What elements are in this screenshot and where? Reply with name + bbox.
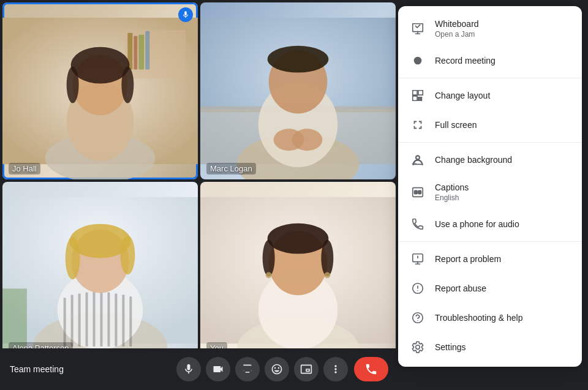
menu-item-layout[interactable]: Change layout	[398, 81, 582, 110]
menu-item-fullscreen[interactable]: Full screen	[398, 110, 582, 140]
svg-point-50	[415, 58, 421, 64]
svg-rect-31	[93, 291, 96, 347]
menu-item-whiteboard[interactable]: Whiteboard Open a Jam	[398, 11, 582, 46]
phone-label: Use a phone for audio	[435, 219, 519, 230]
svg-rect-35	[122, 294, 124, 347]
video-tile-1: Jo Hall	[2, 2, 198, 179]
layout-icon	[410, 88, 425, 103]
record-icon	[410, 53, 425, 68]
menu-item-report-problem[interactable]: Report a problem	[398, 244, 582, 274]
svg-point-48	[266, 272, 272, 278]
menu-text-background: Change background	[435, 154, 512, 165]
whiteboard-sublabel: Open a Jam	[435, 30, 479, 39]
whiteboard-icon	[410, 21, 425, 36]
svg-rect-34	[115, 293, 117, 347]
svg-point-46	[263, 240, 275, 277]
svg-rect-36	[129, 296, 132, 347]
svg-point-22	[292, 129, 323, 151]
menu-item-phone[interactable]: Use a phone for audio	[398, 209, 582, 239]
svg-rect-4	[138, 35, 144, 70]
pip-button[interactable]	[294, 357, 318, 381]
menu-text-whiteboard: Whiteboard Open a Jam	[435, 18, 479, 39]
svg-point-39	[66, 237, 80, 280]
menu-text-layout: Change layout	[435, 90, 490, 101]
menu-item-report-abuse[interactable]: Report abuse	[398, 274, 582, 303]
menu-text-record: Record meeting	[435, 55, 496, 66]
whiteboard-label: Whiteboard	[435, 18, 479, 29]
svg-rect-27	[64, 298, 66, 347]
emoji-button[interactable]	[265, 357, 289, 381]
menu-item-background[interactable]: Change background	[398, 145, 582, 174]
svg-rect-3	[134, 36, 137, 70]
menu-text-captions: Captions English	[435, 182, 469, 202]
svg-rect-32	[100, 291, 103, 347]
menu-item-troubleshooting[interactable]: Troubleshooting & help	[398, 303, 582, 332]
svg-point-56	[417, 290, 418, 291]
camera-button[interactable]	[206, 357, 230, 381]
menu-item-record[interactable]: Record meeting	[398, 46, 582, 75]
video-tile-2: Marc Logan	[200, 2, 396, 179]
participant-name-2: Marc Logan	[206, 163, 256, 174]
report-abuse-icon	[410, 281, 425, 296]
menu-text-settings: Settings	[435, 342, 466, 353]
menu-item-captions[interactable]: Captions English	[398, 174, 582, 209]
svg-rect-24	[2, 288, 27, 350]
svg-point-13	[121, 67, 134, 103]
svg-point-12	[67, 67, 79, 103]
svg-rect-28	[71, 294, 74, 347]
svg-point-47	[321, 240, 333, 277]
control-bar: Team meeting	[0, 348, 398, 390]
report-problem-icon	[410, 252, 425, 266]
fullscreen-icon	[410, 118, 425, 132]
divider-1	[398, 78, 582, 78]
menu-text-fullscreen: Full screen	[435, 119, 477, 130]
svg-point-20	[268, 46, 329, 73]
end-call-button[interactable]	[354, 357, 388, 381]
captions-sublabel: English	[435, 193, 469, 202]
background-label: Change background	[435, 154, 512, 165]
svg-point-58	[417, 320, 418, 321]
help-icon	[410, 310, 425, 325]
svg-point-57	[413, 313, 423, 323]
mic-button[interactable]	[176, 357, 201, 381]
svg-point-11	[71, 47, 130, 84]
troubleshooting-label: Troubleshooting & help	[435, 312, 522, 323]
svg-point-45	[268, 223, 329, 254]
svg-point-49	[324, 272, 330, 278]
menu-text-phone: Use a phone for audio	[435, 219, 519, 230]
context-menu: Whiteboard Open a Jam Record meeting Cha…	[398, 6, 582, 367]
menu-text-troubleshooting: Troubleshooting & help	[435, 312, 522, 323]
svg-rect-30	[86, 292, 88, 347]
menu-text-report-abuse: Report abuse	[435, 283, 486, 294]
background-icon	[410, 152, 425, 167]
svg-rect-33	[107, 292, 110, 347]
report-problem-label: Report a problem	[435, 253, 501, 264]
video-tile-3: Alena Patterson	[2, 182, 198, 359]
phone-icon	[410, 217, 425, 231]
report-abuse-label: Report abuse	[435, 283, 486, 294]
video-grid: Jo Hall	[0, 0, 398, 361]
divider-3	[398, 241, 582, 242]
captions-label: Captions	[435, 182, 469, 193]
settings-label: Settings	[435, 342, 466, 353]
overflow-button[interactable]	[323, 357, 348, 381]
layout-label: Change layout	[435, 90, 490, 101]
present-button[interactable]	[235, 357, 260, 381]
svg-point-40	[120, 236, 135, 275]
svg-rect-5	[145, 31, 149, 70]
menu-text-report-problem: Report a problem	[435, 253, 501, 264]
record-label: Record meeting	[435, 55, 496, 66]
fullscreen-label: Full screen	[435, 119, 477, 130]
settings-icon	[410, 340, 425, 354]
mic-active-1	[178, 7, 193, 22]
video-tile-4: You	[200, 182, 396, 359]
divider-2	[398, 142, 582, 143]
meeting-title: Team meeting	[10, 364, 64, 374]
participant-name-1: Jo Hall	[9, 163, 40, 174]
captions-icon	[410, 185, 425, 200]
svg-rect-29	[78, 293, 81, 347]
menu-item-settings[interactable]: Settings	[398, 332, 582, 362]
